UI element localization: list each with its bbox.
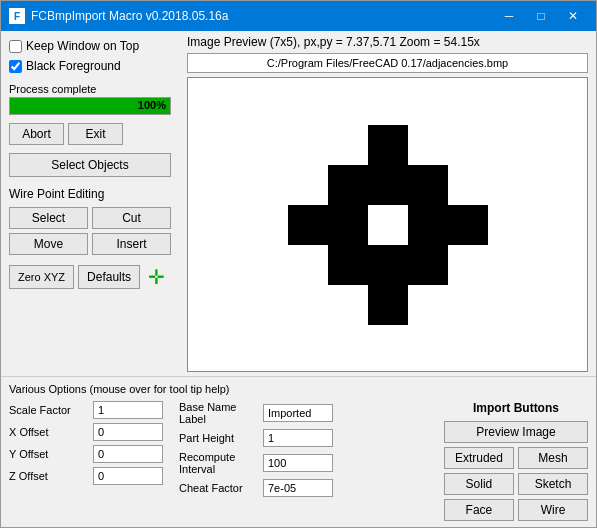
exit-button[interactable]: Exit [68, 123, 123, 145]
left-panel: Keep Window on Top Black Foreground Proc… [1, 31, 179, 376]
select-objects-button[interactable]: Select Objects [9, 153, 171, 177]
window-controls: ─ □ ✕ [494, 6, 588, 26]
image-preview-box [187, 77, 588, 372]
maximize-button[interactable]: □ [526, 6, 556, 26]
x-offset-input[interactable] [93, 423, 163, 441]
options-col-1: Scale Factor X Offset Y Offset Z Offset [9, 401, 163, 521]
progress-bar-container: 100% [9, 97, 171, 115]
base-name-label: Base Name Label [179, 401, 259, 425]
solid-button[interactable]: Solid [444, 473, 514, 495]
wire-button[interactable]: Wire [518, 499, 588, 521]
wire-grid: Select Cut Move Insert [9, 207, 171, 255]
black-fg-label: Black Foreground [26, 59, 121, 73]
crosshair-icon: ✛ [148, 265, 165, 289]
recompute-row: Recompute Interval [179, 451, 333, 475]
import-grid: Preview Image Extruded Mesh Solid Sketch… [444, 421, 588, 521]
close-button[interactable]: ✕ [558, 6, 588, 26]
cheat-factor-row: Cheat Factor [179, 479, 333, 497]
z-offset-row: Z Offset [9, 467, 163, 485]
preview-image-button[interactable]: Preview Image [444, 421, 588, 443]
keep-window-row: Keep Window on Top [9, 39, 171, 53]
z-offset-label: Z Offset [9, 470, 89, 482]
y-offset-row: Y Offset [9, 445, 163, 463]
preview-header: Image Preview (7x5), px,py = 7.37,5.71 Z… [187, 35, 588, 49]
x-offset-row: X Offset [9, 423, 163, 441]
move-button[interactable]: Move [9, 233, 88, 255]
defaults-button[interactable]: Defaults [78, 265, 140, 289]
base-name-input[interactable] [263, 404, 333, 422]
keep-window-label: Keep Window on Top [26, 39, 139, 53]
window-title: FCBmpImport Macro v0.2018.05.16a [31, 9, 494, 23]
bmp-canvas [248, 125, 528, 325]
title-bar: F FCBmpImport Macro v0.2018.05.16a ─ □ ✕ [1, 1, 596, 31]
progress-text: 100% [138, 99, 166, 111]
extruded-button[interactable]: Extruded [444, 447, 514, 469]
mesh-button[interactable]: Mesh [518, 447, 588, 469]
scale-factor-label: Scale Factor [9, 404, 89, 416]
abort-button[interactable]: Abort [9, 123, 64, 145]
y-offset-label: Y Offset [9, 448, 89, 460]
y-offset-input[interactable] [93, 445, 163, 463]
bottom-section: Various Options (mouse over for tool tip… [1, 376, 596, 527]
import-buttons-title: Import Buttons [444, 401, 588, 415]
app-icon: F [9, 8, 25, 24]
keep-window-checkbox[interactable] [9, 40, 22, 53]
black-fg-row: Black Foreground [9, 59, 171, 73]
part-height-input[interactable] [263, 429, 333, 447]
right-panel: Image Preview (7x5), px,py = 7.37,5.71 Z… [179, 31, 596, 376]
part-height-label: Part Height [179, 432, 259, 444]
recompute-label: Recompute Interval [179, 451, 259, 475]
options-grid: Scale Factor X Offset Y Offset Z Offset [9, 401, 588, 521]
abort-exit-row: Abort Exit [9, 123, 171, 145]
scale-factor-input[interactable] [93, 401, 163, 419]
filepath-bar: C:/Program Files/FreeCAD 0.17/adjacencie… [187, 53, 588, 73]
cheat-factor-input[interactable] [263, 479, 333, 497]
face-button[interactable]: Face [444, 499, 514, 521]
options-title: Various Options (mouse over for tool tip… [9, 383, 588, 395]
wire-editing-label: Wire Point Editing [9, 187, 171, 201]
progress-section: Process complete 100% [9, 83, 171, 119]
import-buttons-section: Import Buttons Preview Image Extruded Me… [444, 401, 588, 521]
select-button[interactable]: Select [9, 207, 88, 229]
zero-defaults-row: Zero XYZ Defaults ✛ [9, 265, 171, 289]
cut-button[interactable]: Cut [92, 207, 171, 229]
x-offset-label: X Offset [9, 426, 89, 438]
cheat-factor-label: Cheat Factor [179, 482, 259, 494]
base-name-row: Base Name Label [179, 401, 333, 425]
progress-label: Process complete [9, 83, 171, 95]
main-window: F FCBmpImport Macro v0.2018.05.16a ─ □ ✕… [0, 0, 597, 528]
recompute-input[interactable] [263, 454, 333, 472]
part-height-row: Part Height [179, 429, 333, 447]
sketch-button[interactable]: Sketch [518, 473, 588, 495]
minimize-button[interactable]: ─ [494, 6, 524, 26]
z-offset-input[interactable] [93, 467, 163, 485]
options-col-2: Base Name Label Part Height Recompute In… [179, 401, 333, 521]
insert-button[interactable]: Insert [92, 233, 171, 255]
main-content: Keep Window on Top Black Foreground Proc… [1, 31, 596, 376]
zero-xyz-button[interactable]: Zero XYZ [9, 265, 74, 289]
black-fg-checkbox[interactable] [9, 60, 22, 73]
scale-factor-row: Scale Factor [9, 401, 163, 419]
